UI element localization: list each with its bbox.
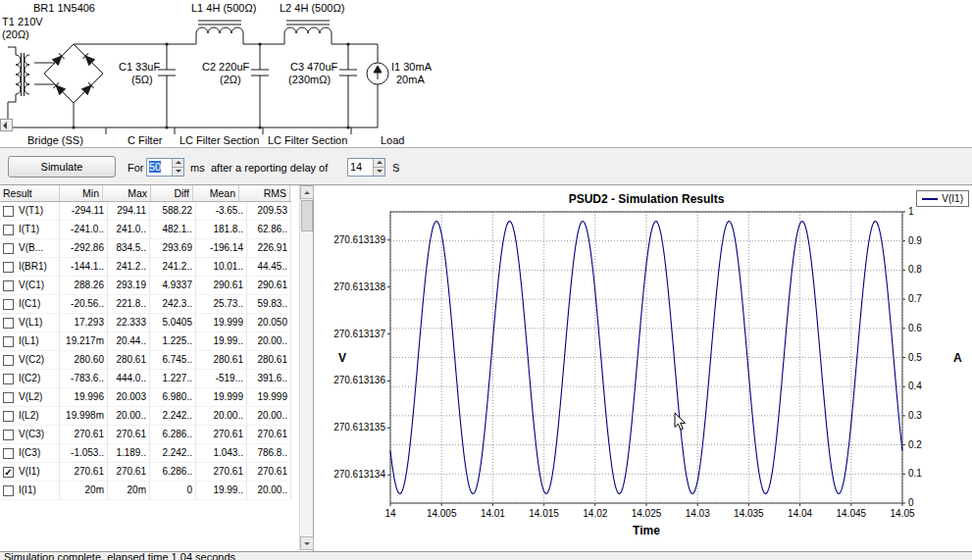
delay-spin-down-icon[interactable] [374, 167, 384, 176]
result-max: 20.003 [108, 388, 150, 406]
table-row[interactable]: V(L1)17.29322.3335.040519.99920.050 [0, 314, 291, 332]
row-checkbox[interactable] [3, 485, 14, 496]
results-scrollbar[interactable] [299, 185, 313, 550]
table-row[interactable]: I(C1)-20.56..221.8..242.3..25.73..59.83.… [0, 295, 291, 314]
row-checkbox[interactable] [3, 392, 14, 403]
row-checkbox[interactable] [3, 448, 14, 459]
column-header-max[interactable]: Max [103, 185, 151, 201]
scrollbar-up-icon[interactable] [300, 185, 314, 199]
result-max: 1.189.. [108, 444, 150, 462]
checkbox-cell [0, 258, 17, 276]
y-left-tick-label: 270.613137 [333, 329, 385, 339]
table-row[interactable]: I(L2)19.998m20.00..2.242..20.00..20.00.. [0, 407, 291, 426]
table-row[interactable]: I(I1)20m20m019.99..20.00.. [0, 482, 291, 500]
row-checkbox[interactable] [3, 206, 14, 217]
x-tick-label: 14.01 [481, 508, 505, 519]
legend-label: V(I1) [942, 193, 963, 204]
table-row[interactable]: V(C3)270.61270.616.286..270.61270.61 [0, 426, 291, 444]
row-checkbox[interactable] [3, 430, 14, 440]
delay-spin-up-icon[interactable] [374, 159, 384, 167]
result-min: -783.6.. [60, 370, 108, 387]
psud2-app: { "schematic": { "component_labels": [ {… [0, 0, 972, 560]
y-right-axis-label: A [953, 351, 962, 365]
result-max: 444.0.. [108, 370, 150, 387]
row-checkbox[interactable] [3, 411, 14, 422]
table-row[interactable]: V(C2)280.60280.616.745..280.61280.61 [0, 351, 291, 370]
schematic-scroll-left-button[interactable] [0, 119, 13, 131]
y-right-tick-label: 1 [908, 206, 914, 217]
row-checkbox[interactable] [3, 262, 14, 273]
table-row[interactable]: V(C1)288.26293.194.9337290.61290.61 [0, 277, 291, 295]
duration-spin-down-icon[interactable] [173, 167, 183, 176]
result-min: 270.61 [60, 463, 108, 481]
x-tick-label: 14.02 [583, 508, 607, 519]
delay-value[interactable]: 14 [350, 161, 362, 173]
row-checkbox[interactable] [3, 374, 14, 384]
y-left-tick-label: 270.613135 [333, 422, 385, 433]
checkbox-cell [0, 239, 17, 257]
result-name: V(L2) [17, 388, 60, 406]
row-checkbox[interactable] [3, 280, 14, 291]
result-mean: -3.65.. [196, 202, 247, 220]
result-max: 834.5.. [108, 239, 150, 257]
result-max: 20.00.. [108, 407, 150, 425]
y-right-tick-label: 0.5 [908, 352, 922, 363]
result-name: V(C1) [17, 277, 60, 294]
table-row[interactable]: I(C2)-783.6..444.0..1.227..-519...391.6.… [0, 370, 291, 388]
result-rms: 44.45.. [247, 258, 291, 276]
x-tick-label: 14.015 [529, 508, 559, 519]
results-panel: ResultMinMaxDiffMeanRMS V(T1)-294.11294.… [0, 184, 314, 551]
result-rms: 280.61 [247, 351, 291, 369]
scrollbar-down-icon[interactable] [300, 536, 314, 550]
result-rms: 786.8.. [247, 444, 291, 462]
component-label: C2 220uF [202, 61, 249, 73]
simulate-button[interactable]: Simulate [8, 156, 116, 178]
result-mean: 19.999 [196, 388, 247, 406]
row-checkbox[interactable] [3, 355, 14, 366]
result-mean: 25.73.. [196, 295, 247, 313]
table-row[interactable]: I(C3)-1.053..1.189..2.242..1.043..786.8.… [0, 444, 291, 463]
table-row[interactable]: I(BR1)-144.1..241.2..241.2..10.01..44.45… [0, 258, 291, 277]
mouse-cursor [675, 413, 686, 430]
duration-value[interactable]: 50 [149, 161, 161, 173]
result-max: 270.61 [108, 426, 150, 443]
scrollbar-thumb[interactable] [301, 200, 313, 231]
column-header-result[interactable]: Result [0, 185, 60, 201]
table-row[interactable]: V(B...-292.86834.5..293.69-196.14226.91 [0, 239, 291, 258]
table-row[interactable]: V(T1)-294.11294.11588.22-3.65..209.53 [0, 202, 291, 221]
x-tick-label: 14.03 [686, 508, 710, 519]
result-max: 270.61 [108, 463, 150, 481]
result-min: -292.86 [60, 239, 108, 257]
row-checkbox[interactable]: ✓ [3, 467, 14, 478]
checkbox-cell [0, 482, 17, 499]
checkbox-cell [0, 426, 17, 443]
result-max: 20m [108, 482, 150, 499]
result-min: 19.217m [60, 332, 108, 350]
table-row[interactable]: V(L2)19.99620.0036.980..19.99919.999 [0, 388, 291, 407]
row-checkbox[interactable] [3, 243, 14, 254]
y-left-axis-label: V [338, 351, 346, 365]
table-row[interactable]: I(L1)19.217m20.44..1.225..19.99..20.00.. [0, 332, 291, 351]
duration-spin-up-icon[interactable] [173, 159, 183, 167]
table-row[interactable]: I(T1)-241.0..241.0..482.1..181.8..62.86.… [0, 221, 291, 239]
row-checkbox[interactable] [3, 336, 14, 347]
result-diff: 6.745.. [150, 351, 196, 369]
component-label: L2 4H (500Ω) [280, 2, 344, 14]
column-header-mean[interactable]: Mean [193, 185, 239, 201]
result-diff: 2.242.. [150, 407, 196, 425]
duration-input[interactable]: 50 [146, 158, 184, 177]
x-tick-label: 14.035 [734, 508, 764, 519]
result-mean: 280.61 [196, 351, 247, 369]
column-header-diff[interactable]: Diff [151, 185, 193, 201]
y-right-tick-label: 0.2 [908, 439, 922, 450]
table-row[interactable]: ✓V(I1)270.61270.616.286..270.61270.61 [0, 463, 291, 482]
result-name: V(B... [17, 239, 60, 257]
column-header-min[interactable]: Min [60, 185, 103, 201]
section-label: Load [381, 134, 404, 146]
row-checkbox[interactable] [3, 225, 14, 235]
row-checkbox[interactable] [3, 318, 14, 329]
delay-input[interactable]: 14 [347, 158, 385, 177]
row-checkbox[interactable] [3, 299, 14, 310]
result-rms: 59.83.. [247, 295, 291, 313]
column-header-rms[interactable]: RMS [239, 185, 290, 201]
